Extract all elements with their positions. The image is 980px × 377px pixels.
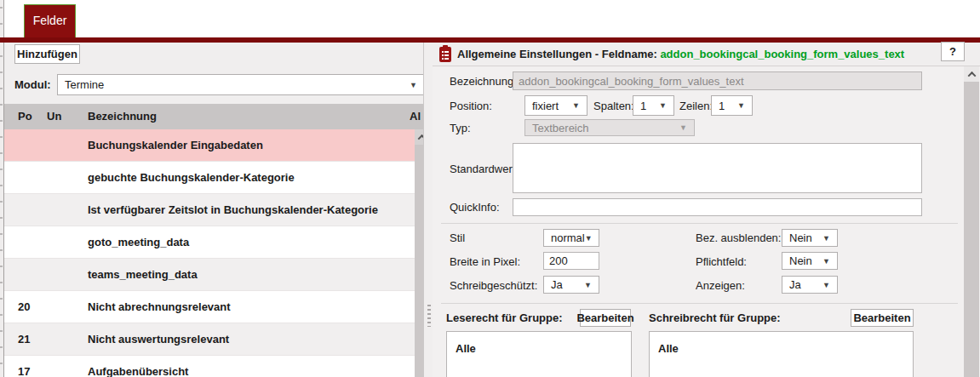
- scroll-up-icon[interactable]: [964, 66, 979, 82]
- tab-felder-label: Felder: [33, 14, 67, 27]
- zeilen-label: Zeilen:: [679, 100, 713, 112]
- felder-window: Felder Hinzufügen Modul: Termine ▼ Po Un…: [0, 0, 980, 377]
- table-row[interactable]: goto_meeting_data: [4, 226, 415, 259]
- settings-scrollbar[interactable]: [964, 66, 979, 377]
- position-dropdown[interactable]: fixiert ▼: [524, 95, 587, 116]
- field-list-panel: Hinzufügen Modul: Termine ▼ Po Un Bezeic…: [4, 43, 423, 377]
- stil-dropdown[interactable]: normal ▼: [543, 229, 599, 247]
- pflichtfeld-dropdown[interactable]: Nein ▼: [782, 252, 838, 270]
- spalten-dropdown[interactable]: 1 ▼: [633, 95, 674, 116]
- table-row[interactable]: Ist verfügbarer Zeitslot in Buchungskale…: [4, 194, 415, 226]
- tab-felder[interactable]: Felder: [24, 4, 76, 37]
- chevron-down-icon: ▼: [822, 234, 830, 243]
- schreibrecht-item-alle[interactable]: Alle: [658, 342, 679, 355]
- splitter-grip-icon[interactable]: [427, 305, 431, 327]
- bezeichnung-input: [513, 71, 922, 90]
- chevron-down-icon: ▼: [585, 234, 593, 243]
- typ-label: Typ:: [450, 122, 471, 134]
- chevron-down-icon: ▼: [737, 101, 745, 110]
- leserecht-listbox[interactable]: Alle: [446, 331, 632, 377]
- column-header-un[interactable]: Un: [47, 110, 61, 123]
- leserecht-label: Leserecht für Gruppe:: [446, 311, 563, 324]
- chevron-down-icon: ▼: [584, 281, 592, 289]
- anzeigen-label: Anzeigen:: [696, 279, 745, 292]
- table-row[interactable]: Buchungskalender Eingabedaten: [4, 129, 415, 162]
- schreibrecht-label: Schreibrecht für Gruppe:: [649, 311, 781, 324]
- breite-label: Breite in Pixel:: [450, 255, 520, 268]
- chevron-down-icon: ▼: [822, 257, 830, 266]
- settings-header: Allgemeine Einstellungen - Feldname: add…: [433, 43, 980, 66]
- leserecht-item-alle[interactable]: Alle: [456, 342, 476, 355]
- zeilen-dropdown[interactable]: 1 ▼: [711, 95, 753, 116]
- bez-ausblenden-label: Bez. ausblenden:: [696, 231, 781, 244]
- module-dropdown-value: Termine: [65, 78, 104, 91]
- separator: [441, 303, 958, 304]
- schreibrecht-bearbeiten-button[interactable]: Bearbeiten: [851, 309, 914, 327]
- bezeichnung-label: Bezeichnung:: [450, 75, 517, 88]
- chevron-down-icon: ▼: [822, 281, 830, 289]
- field-list: Buchungskalender Eingabedaten gebuchte B…: [4, 129, 415, 377]
- table-row[interactable]: 17 Aufgabenübersicht: [4, 356, 415, 377]
- standardwert-textarea[interactable]: [513, 143, 922, 193]
- module-label: Modul:: [14, 78, 51, 91]
- stil-label: Stil: [450, 231, 465, 244]
- separator: [441, 223, 958, 224]
- clipboard-list-icon: [438, 45, 452, 66]
- settings-panel: Allgemeine Einstellungen - Feldname: add…: [433, 43, 980, 377]
- quickinfo-input[interactable]: [513, 198, 922, 216]
- help-button[interactable]: ?: [941, 42, 965, 61]
- table-row[interactable]: teams_meeting_data: [4, 259, 415, 291]
- column-header-po[interactable]: Po: [18, 110, 32, 123]
- module-dropdown[interactable]: Termine ▼: [57, 74, 425, 95]
- schreibgeschuetzt-label: Schreibgeschützt:: [450, 279, 537, 292]
- typ-dropdown: Textbereich ▼: [524, 119, 695, 136]
- clipped-background-content: [0, 7, 3, 373]
- table-row[interactable]: 21 Nicht auswertungsrelevant: [4, 323, 415, 356]
- schreibrecht-listbox[interactable]: Alle: [649, 331, 914, 377]
- leserecht-bearbeiten-button[interactable]: Bearbeiten: [580, 309, 631, 327]
- column-header-al[interactable]: Al: [410, 110, 421, 123]
- table-header[interactable]: Po Un Bezeichnung Al: [4, 104, 428, 129]
- chevron-down-icon: ▼: [659, 101, 667, 110]
- panel-splitter[interactable]: [423, 43, 433, 377]
- add-button[interactable]: Hinzufügen: [14, 44, 80, 64]
- column-header-bezeichnung[interactable]: Bezeichnung: [88, 110, 157, 123]
- breite-input[interactable]: [543, 252, 599, 270]
- chevron-down-icon: ▼: [410, 81, 417, 89]
- settings-title: Allgemeine Einstellungen - Feldname: add…: [457, 48, 904, 60]
- table-row[interactable]: 20 Nicht abrechnungsrelevant: [4, 291, 415, 323]
- position-label: Position:: [450, 100, 492, 112]
- standardwert-label: Standardwert:: [450, 163, 519, 175]
- anzeigen-dropdown[interactable]: Ja ▼: [782, 276, 838, 294]
- chevron-down-icon: ▼: [679, 123, 687, 132]
- field-name-value: addon_bookingcal_booking_form_values_tex…: [660, 48, 904, 60]
- schreibgeschuetzt-dropdown[interactable]: Ja ▼: [543, 276, 599, 294]
- bez-ausblenden-dropdown[interactable]: Nein ▼: [782, 229, 838, 247]
- pflichtfeld-label: Pflichtfeld:: [696, 255, 747, 268]
- chevron-down-icon: ▼: [572, 101, 580, 110]
- spalten-label: Spalten:: [593, 100, 634, 112]
- quickinfo-label: QuickInfo:: [450, 201, 500, 214]
- table-row[interactable]: gebuchte Buchungskalender-Kategorie: [4, 162, 415, 194]
